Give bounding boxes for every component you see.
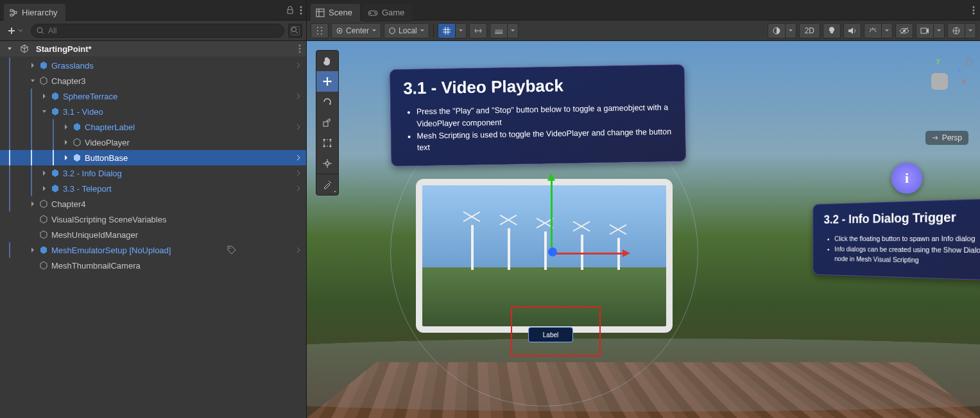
snap-settings-dropdown[interactable]: [507, 23, 519, 38]
world-info-bubble[interactable]: i: [891, 163, 922, 194]
move-tool[interactable]: [316, 71, 338, 92]
tree-item-sphereterrace[interactable]: SphereTerrace: [0, 88, 306, 104]
chevron-right-icon[interactable]: [296, 247, 301, 253]
chevron-right-icon[interactable]: [296, 62, 301, 69]
gizmo-y-label[interactable]: y: [936, 56, 940, 64]
chevron-right-icon[interactable]: [296, 185, 301, 192]
tree-item-meshuid[interactable]: MeshUniqueIdManager: [0, 227, 306, 242]
expand-arrow-icon[interactable]: [5, 44, 14, 53]
hierarchy-search[interactable]: [31, 24, 284, 38]
camera-button[interactable]: [916, 23, 934, 38]
expand-arrow-icon[interactable]: [62, 153, 71, 162]
prefab-icon: [50, 91, 60, 101]
rotate-tool[interactable]: [316, 92, 338, 112]
chevron-right-icon[interactable]: [296, 124, 301, 130]
scene-viewport[interactable]: 3.1 - Video Playback Press the "Play" an…: [307, 41, 980, 418]
move-gizmo[interactable]: [551, 253, 552, 254]
gameobject-icon: [72, 137, 82, 147]
expand-arrow-icon[interactable]: [40, 92, 49, 101]
tree-item-chapter4[interactable]: Chapter4: [0, 196, 306, 212]
space-mode-label: Local: [399, 26, 417, 35]
2d-toggle[interactable]: 2D: [799, 23, 820, 38]
world-panel-title: 3.2 - Info Dialog Trigger: [824, 209, 980, 227]
svg-point-8: [299, 51, 301, 53]
snap-settings-button[interactable]: [490, 23, 508, 38]
tree-item-teleport[interactable]: 3.3 - Teleport: [0, 181, 306, 196]
expand-arrow-icon[interactable]: [40, 107, 49, 116]
search-by-type-button[interactable]: [288, 24, 302, 38]
gizmo-cube-icon[interactable]: [931, 73, 948, 90]
tree-item-buttonbase[interactable]: ButtonBase: [0, 150, 306, 165]
scene-root-row[interactable]: StartingPoint*: [0, 41, 306, 56]
svg-point-33: [323, 146, 325, 147]
gizmo-y-axis[interactable]: [551, 176, 553, 253]
transform-tool[interactable]: [316, 153, 338, 174]
kebab-menu-icon[interactable]: [972, 6, 975, 15]
hierarchy-tab[interactable]: Hierarchy: [4, 4, 65, 22]
grid-snap-dropdown[interactable]: [455, 23, 467, 38]
search-input[interactable]: [48, 26, 279, 35]
lock-icon[interactable]: [286, 6, 295, 15]
scene-kebab-icon[interactable]: [298, 44, 306, 53]
toolbar-handle-icon[interactable]: [311, 23, 329, 38]
space-mode-dropdown[interactable]: Local: [384, 23, 429, 38]
world-panel-bullet: Mesh Scripting is used to toggle the Vid…: [417, 126, 673, 154]
snap-increment-button[interactable]: [469, 23, 487, 38]
gizmo-z-label[interactable]: z: [958, 65, 961, 73]
kebab-menu-icon[interactable]: [300, 6, 302, 15]
tree-item-grasslands[interactable]: Grasslands: [0, 58, 306, 73]
expand-arrow-icon[interactable]: [28, 246, 37, 255]
prefab-icon: [50, 183, 60, 194]
svg-point-2: [300, 12, 302, 14]
gizmo-x-axis[interactable]: [551, 253, 628, 255]
visibility-toggle[interactable]: [895, 23, 913, 38]
tree-item-chapter3[interactable]: Chapter3: [0, 73, 306, 88]
gizmos-dropdown[interactable]: [965, 23, 976, 38]
chevron-right-icon[interactable]: [296, 155, 301, 161]
prefab-icon: [72, 122, 82, 132]
projection-badge[interactable]: Persp: [925, 131, 968, 145]
expand-arrow-icon[interactable]: [28, 199, 37, 208]
chevron-right-icon[interactable]: [296, 93, 301, 99]
gizmo-x-label[interactable]: x: [963, 77, 967, 85]
svg-point-6: [299, 45, 301, 47]
tree-item-meshthumb[interactable]: MeshThumbnailCamera: [0, 258, 306, 273]
tree-item-video[interactable]: 3.1 - Video: [0, 104, 306, 119]
svg-point-31: [323, 139, 325, 141]
expand-arrow-icon[interactable]: [28, 61, 37, 70]
shading-mode-dropdown[interactable]: [785, 23, 796, 38]
hand-tool[interactable]: [316, 51, 338, 71]
tree-item-chapterlabel[interactable]: ChapterLabel: [0, 119, 306, 135]
create-dropdown[interactable]: [4, 26, 27, 36]
custom-tools-dropdown[interactable]: [316, 174, 338, 195]
expand-arrow-icon[interactable]: [28, 76, 37, 85]
gameobject-icon: [39, 230, 49, 240]
scale-tool[interactable]: [316, 112, 338, 133]
expand-arrow-icon[interactable]: [62, 122, 71, 131]
chevron-right-icon[interactable]: [296, 170, 301, 176]
tree-item-visualscripting[interactable]: VisualScripting SceneVariables: [0, 212, 306, 227]
grid-snap-button[interactable]: [438, 23, 456, 38]
expand-arrow-icon[interactable]: [40, 169, 49, 178]
scene-tool-column: [316, 50, 339, 196]
hierarchy-tree: Grasslands Chapter3 SphereTerrace 3.1 - …: [0, 56, 306, 418]
gizmo-z-axis[interactable]: [548, 247, 557, 256]
orientation-gizmo[interactable]: y x z: [917, 59, 962, 104]
expand-arrow-icon[interactable]: [62, 138, 71, 147]
lock-icon[interactable]: [965, 56, 974, 67]
expand-arrow-icon[interactable]: [40, 184, 49, 193]
fx-dropdown[interactable]: [881, 23, 893, 38]
gizmos-toggle[interactable]: [947, 23, 965, 38]
game-tab[interactable]: Game: [363, 4, 412, 22]
scene-tab[interactable]: Scene: [311, 4, 360, 22]
camera-dropdown[interactable]: [933, 23, 945, 38]
lighting-toggle[interactable]: [823, 23, 841, 38]
pivot-mode-dropdown[interactable]: Center: [331, 23, 381, 38]
tree-item-meshemulator[interactable]: MeshEmulatorSetup [NoUpload]: [0, 242, 306, 258]
tree-item-videoplayer[interactable]: VideoPlayer: [0, 135, 306, 150]
rect-tool[interactable]: [316, 133, 338, 153]
shading-mode-button[interactable]: [768, 23, 786, 38]
tree-item-infodialog[interactable]: 3.2 - Info Dialog: [0, 165, 306, 181]
fx-toggle[interactable]: [864, 23, 882, 38]
audio-toggle[interactable]: [843, 23, 861, 38]
